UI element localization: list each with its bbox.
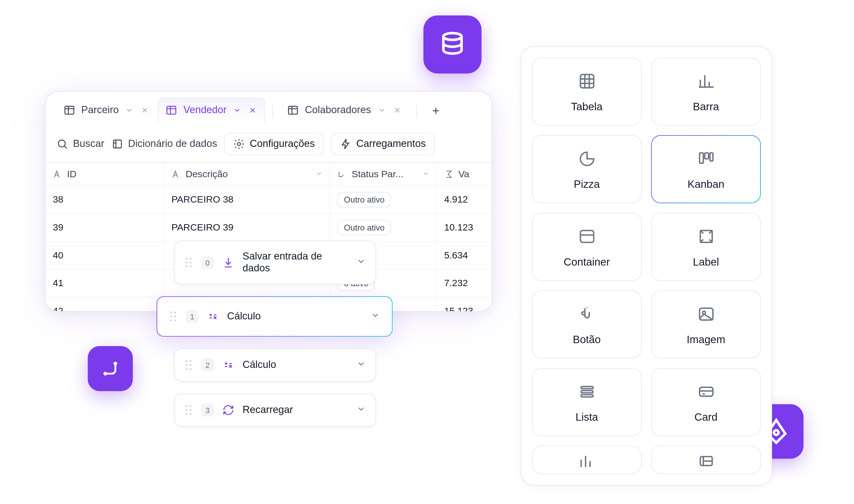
- pie-icon: [578, 150, 596, 170]
- svg-point-24: [186, 364, 187, 366]
- tab-vendedor[interactable]: Vendedor: [158, 98, 265, 123]
- add-tab-button[interactable]: [427, 102, 444, 119]
- cell-value[interactable]: 4.912: [437, 186, 492, 214]
- cell-desc[interactable]: PARCEIRO 38: [164, 186, 330, 214]
- svg-point-25: [190, 364, 192, 366]
- step-label: Cálculo: [243, 359, 276, 371]
- cell-status[interactable]: Outro ativo: [330, 214, 437, 242]
- palette-item-label[interactable]: Label: [651, 213, 761, 281]
- step-label: Salvar entrada de dados: [243, 251, 348, 274]
- svg-rect-45: [699, 387, 713, 396]
- gear-icon: [233, 138, 245, 150]
- frame-icon: [697, 228, 715, 248]
- step-label: Cálculo: [227, 310, 261, 322]
- palette-label: Barra: [693, 101, 719, 113]
- cell-id[interactable]: 42: [46, 298, 164, 312]
- settings-button[interactable]: Configurações: [224, 133, 324, 155]
- chevron-down-icon[interactable]: [356, 359, 366, 371]
- step-item-0[interactable]: 0Salvar entrada de dados: [174, 240, 376, 284]
- palette-item-botao[interactable]: Botão: [532, 290, 642, 358]
- svg-rect-42: [581, 386, 593, 389]
- svg-point-32: [186, 413, 187, 415]
- palette-item-lista[interactable]: Lista: [532, 368, 642, 436]
- step-item-3[interactable]: 3Recarregar: [174, 394, 376, 427]
- palette-item-card[interactable]: Card: [651, 368, 761, 436]
- svg-point-9: [238, 142, 240, 145]
- cell-desc[interactable]: PARCEIRO 39: [164, 214, 330, 242]
- close-icon[interactable]: [248, 106, 257, 115]
- svg-point-16: [170, 311, 172, 313]
- svg-point-21: [174, 320, 176, 322]
- palette-item-kanban[interactable]: Kanban: [651, 135, 761, 203]
- caret-down-icon[interactable]: [315, 169, 323, 179]
- database-badge: [423, 15, 481, 73]
- chevron-down-icon[interactable]: [377, 105, 386, 115]
- svg-rect-6: [289, 106, 297, 114]
- svg-rect-8: [114, 140, 121, 148]
- column-descricao[interactable]: Descrição: [164, 163, 330, 186]
- cell-id[interactable]: 41: [46, 270, 164, 298]
- tab-label: Colaboradores: [305, 104, 371, 116]
- palette-item-more-1[interactable]: [651, 446, 761, 474]
- caret-down-icon[interactable]: [422, 169, 429, 179]
- chevron-down-icon[interactable]: [370, 310, 380, 322]
- palette-item-container[interactable]: Container: [532, 213, 642, 281]
- cell-status[interactable]: Outro ativo: [330, 186, 437, 214]
- cell-id[interactable]: 39: [46, 214, 164, 242]
- drag-handle-icon[interactable]: [185, 257, 193, 268]
- chevron-down-icon[interactable]: [356, 257, 366, 269]
- table-row[interactable]: 38PARCEIRO 38Outro ativo4.912: [46, 186, 492, 214]
- data-dictionary-button[interactable]: Dicionário de dados: [111, 138, 217, 150]
- cell-value[interactable]: 15.123: [437, 298, 492, 312]
- palette-item-pizza[interactable]: Pizza: [532, 135, 642, 203]
- palette-item-imagem[interactable]: Imagem: [651, 290, 761, 358]
- card-icon: [697, 383, 715, 403]
- step-item-2[interactable]: 2Cálculo: [174, 348, 376, 382]
- column-id[interactable]: ID: [46, 163, 164, 186]
- chevron-down-icon[interactable]: [356, 404, 366, 416]
- svg-point-10: [186, 258, 187, 259]
- svg-point-3: [774, 430, 779, 435]
- column-status[interactable]: Status Par...: [330, 163, 437, 186]
- cell-value[interactable]: 7.232: [437, 270, 492, 298]
- step-index: 2: [201, 358, 214, 371]
- type-sum-icon: [444, 169, 454, 179]
- chevron-down-icon[interactable]: [232, 106, 242, 115]
- column-value[interactable]: Va: [437, 163, 492, 186]
- cell-id[interactable]: 38: [46, 186, 164, 214]
- tab-label: Vendedor: [184, 104, 227, 116]
- drag-handle-icon[interactable]: [185, 360, 193, 370]
- close-icon[interactable]: [393, 105, 402, 115]
- svg-rect-5: [167, 106, 176, 114]
- divider: [272, 103, 273, 118]
- toolbar: Buscar Dicionário de dados Configurações…: [46, 123, 492, 162]
- palette-item-tabela[interactable]: Tabela: [532, 57, 642, 126]
- settings-label: Configurações: [250, 138, 315, 150]
- svg-point-17: [174, 311, 176, 313]
- status-badge: Outro ativo: [337, 220, 391, 235]
- pointer-icon: [578, 305, 596, 325]
- palette-label: Card: [694, 411, 718, 424]
- svg-point-13: [190, 262, 192, 264]
- steps-list: 0Salvar entrada de dados1Cálculo2Cálculo…: [174, 240, 376, 427]
- drag-handle-icon[interactable]: [169, 311, 177, 322]
- svg-point-22: [186, 360, 187, 362]
- table-row[interactable]: 39PARCEIRO 39Outro ativo10.123: [46, 214, 492, 242]
- palette-item-barra[interactable]: Barra: [651, 57, 761, 126]
- step-index: 1: [186, 310, 198, 323]
- tab-colaboradores[interactable]: Colaboradores: [280, 98, 409, 123]
- cell-value[interactable]: 10.123: [437, 214, 492, 242]
- close-icon[interactable]: [140, 105, 150, 115]
- search-button[interactable]: Buscar: [56, 138, 104, 150]
- drag-handle-icon[interactable]: [185, 405, 193, 415]
- loads-button[interactable]: Carregamentos: [331, 133, 435, 155]
- palette-item-more-0[interactable]: [532, 446, 642, 474]
- cell-id[interactable]: 40: [46, 242, 164, 270]
- cell-value[interactable]: 5.634: [437, 242, 492, 270]
- chevron-down-icon[interactable]: [125, 105, 134, 115]
- step-item-1[interactable]: 1Cálculo: [157, 296, 393, 337]
- step-label: Recarregar: [243, 404, 293, 416]
- search-label: Buscar: [73, 138, 104, 150]
- tab-parceiro[interactable]: Parceiro: [56, 98, 157, 123]
- calculator-icon: [223, 359, 234, 371]
